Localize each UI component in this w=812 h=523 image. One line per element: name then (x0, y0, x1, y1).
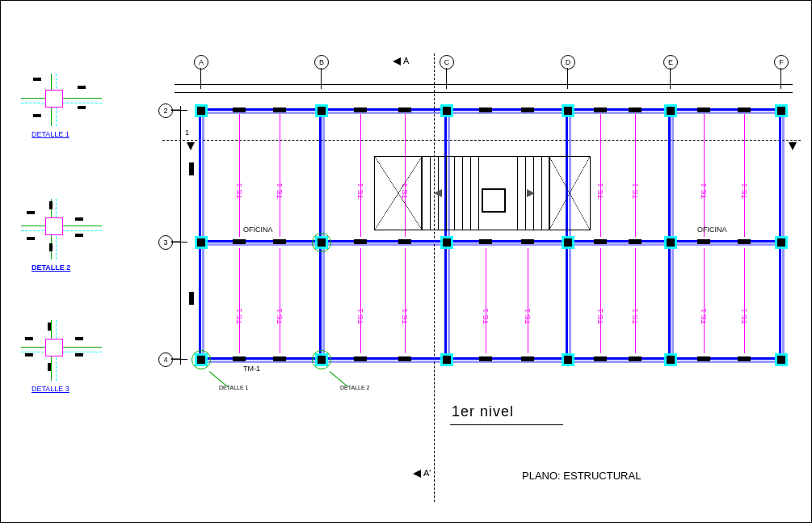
section-arrow-bottom (413, 470, 421, 478)
grid-bubble-A: A (194, 55, 208, 70)
detail-callout-1 (191, 350, 211, 369)
detail-1-link[interactable]: DETALLE 1 (32, 130, 69, 138)
detail-1-column (45, 90, 63, 108)
section-cut-1: 1 (185, 129, 189, 137)
section-arrow-1-left (187, 142, 195, 150)
beam-colD (566, 108, 568, 360)
dim-line-top-2 (175, 92, 793, 93)
grid-bubble-B: B (314, 55, 329, 70)
detail-callout-3 (312, 233, 331, 252)
floor-title: 1er nivel (452, 403, 514, 420)
detail-callout-2-label: DETALLE 2 (340, 385, 369, 390)
section-arrow-1-right (789, 142, 797, 150)
beam-label-TM1: TM-1 (243, 365, 260, 373)
grid-bubble-C: C (440, 55, 454, 70)
section-label-bottom: A' (423, 468, 431, 478)
grid-bubble-F: F (774, 55, 789, 70)
dim-line-top-1 (175, 84, 793, 85)
core (482, 188, 506, 213)
grid-bubble-4: 4 (158, 352, 173, 367)
detail-3-link[interactable]: DETALLE 3 (32, 385, 69, 393)
grid-bubble-2: 2 (158, 103, 173, 118)
grid-bubble-E: E (663, 55, 678, 70)
section-arrow-top (393, 57, 401, 65)
beam-colA (199, 108, 201, 360)
shaft-left (374, 156, 423, 230)
section-label-top: A (403, 56, 409, 65)
axis-h-1 (162, 140, 801, 141)
detail-2-column (45, 217, 63, 235)
plan-label: PLANO: ESTRUCTURAL (522, 470, 641, 482)
room-label-2: OFICINA (697, 226, 727, 234)
detail-2-link[interactable]: DETALLE 2 (32, 264, 70, 272)
detail-callout-2 (312, 350, 331, 369)
drawing-canvas: A B C D E F A 2 3 4 1 (0, 0, 812, 523)
grid-bubble-D: D (561, 55, 575, 70)
detail-callout-1-label: DETALLE 1 (219, 385, 248, 390)
dim-line-left (180, 106, 181, 365)
detail-3-column (45, 339, 63, 356)
axis-v-center (434, 53, 435, 502)
beam-colE (668, 108, 671, 360)
beam-colF (779, 108, 781, 360)
joist-label: TS-1 (235, 183, 243, 199)
column (197, 107, 205, 115)
shaft-right (549, 156, 591, 230)
grid-bubble-3: 3 (158, 235, 173, 250)
beam-colC (444, 108, 447, 360)
room-label-1: OFICINA (243, 226, 273, 234)
